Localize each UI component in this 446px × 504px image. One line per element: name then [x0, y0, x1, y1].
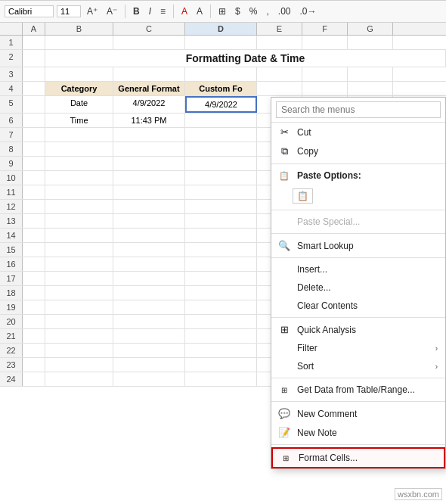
cell-4d-header[interactable]: Custom Fo: [185, 82, 257, 95]
dollar-button[interactable]: $: [232, 5, 243, 17]
cell-14c[interactable]: [113, 229, 185, 242]
cell-11b[interactable]: [45, 185, 113, 199]
cell-9d[interactable]: [185, 157, 257, 170]
cell-19a[interactable]: [23, 300, 45, 314]
cell-8a[interactable]: [23, 142, 45, 156]
cell-16d[interactable]: [185, 257, 257, 271]
cell-17a[interactable]: [23, 272, 45, 285]
cell-17d[interactable]: [185, 272, 257, 285]
cell-9b[interactable]: [45, 157, 113, 170]
cell-18a[interactable]: [23, 286, 45, 300]
cell-7d[interactable]: [185, 128, 257, 142]
cell-1a[interactable]: [23, 36, 45, 49]
font-grow-icon[interactable]: A⁺: [84, 5, 101, 17]
cell-12c[interactable]: [113, 200, 185, 213]
comma-button[interactable]: ,: [263, 5, 271, 17]
cell-24d[interactable]: [185, 372, 257, 386]
font-size-input[interactable]: [57, 5, 81, 17]
cell-4a[interactable]: [23, 82, 45, 95]
font-name-input[interactable]: [5, 5, 54, 17]
cell-5d-active[interactable]: 4/9/2022: [185, 96, 257, 113]
cell-10c[interactable]: [113, 171, 185, 185]
cell-4c-header[interactable]: General Format: [113, 82, 185, 95]
menu-item-filter[interactable]: Filter ›: [271, 339, 445, 357]
col-header-e[interactable]: E: [257, 23, 302, 35]
border-button[interactable]: ⊞: [215, 5, 229, 17]
cell-23d[interactable]: [185, 358, 257, 372]
col-header-f[interactable]: F: [302, 23, 348, 35]
col-header-b[interactable]: B: [45, 23, 113, 35]
col-header-g[interactable]: G: [348, 23, 393, 35]
cell-19d[interactable]: [185, 300, 257, 314]
cell-24a[interactable]: [23, 372, 45, 386]
cell-18b[interactable]: [45, 286, 113, 300]
percent-button[interactable]: %: [246, 5, 261, 17]
cell-3f[interactable]: [302, 67, 348, 81]
cell-8b[interactable]: [45, 142, 113, 156]
menu-item-insert[interactable]: Insert...: [271, 260, 445, 278]
cell-13d[interactable]: [185, 214, 257, 228]
menu-item-delete[interactable]: Delete...: [271, 278, 445, 297]
cell-3g[interactable]: [348, 67, 393, 81]
cell-4g[interactable]: [348, 82, 393, 95]
increase-decimal-button[interactable]: .0→: [296, 5, 319, 17]
align-button[interactable]: ≡: [157, 5, 169, 17]
cell-10a[interactable]: [23, 171, 45, 185]
cell-4b-header[interactable]: Category: [45, 82, 113, 95]
cell-14d[interactable]: [185, 229, 257, 242]
menu-item-get-data[interactable]: ⊞ Get Data from Table/Range...: [271, 381, 445, 399]
cell-12d[interactable]: [185, 200, 257, 213]
cell-24b[interactable]: [45, 372, 113, 386]
cell-12a[interactable]: [23, 200, 45, 213]
col-header-d[interactable]: D: [185, 23, 257, 35]
cell-1c[interactable]: [113, 36, 185, 49]
cell-3e[interactable]: [257, 67, 302, 81]
cell-22b[interactable]: [45, 344, 113, 357]
cell-24c[interactable]: [113, 372, 185, 386]
menu-item-clear-contents[interactable]: Clear Contents: [271, 297, 445, 315]
cell-11a[interactable]: [23, 185, 45, 199]
cell-16a[interactable]: [23, 257, 45, 271]
cell-22a[interactable]: [23, 344, 45, 357]
cell-17b[interactable]: [45, 272, 113, 285]
paste-clipboard-icon[interactable]: 📋: [293, 188, 313, 204]
menu-item-new-comment[interactable]: 💬 New Comment: [271, 404, 445, 423]
cell-3c[interactable]: [113, 67, 185, 81]
menu-item-format-cells[interactable]: ⊞ Format Cells...: [271, 447, 445, 468]
cell-13a[interactable]: [23, 214, 45, 228]
cell-16c[interactable]: [113, 257, 185, 271]
cell-8d[interactable]: [185, 142, 257, 156]
col-header-c[interactable]: C: [113, 23, 185, 35]
bold-button[interactable]: B: [130, 5, 143, 17]
cell-11d[interactable]: [185, 185, 257, 199]
cell-5a[interactable]: [23, 96, 45, 113]
cell-21d[interactable]: [185, 329, 257, 343]
cell-13c[interactable]: [113, 214, 185, 228]
cell-15a[interactable]: [23, 243, 45, 257]
menu-item-sort[interactable]: Sort ›: [271, 357, 445, 375]
cell-14b[interactable]: [45, 229, 113, 242]
cell-23c[interactable]: [113, 358, 185, 372]
cell-1e[interactable]: [257, 36, 302, 49]
cell-3b[interactable]: [45, 67, 113, 81]
cell-1f[interactable]: [302, 36, 348, 49]
cell-3d[interactable]: [185, 67, 257, 81]
cell-4e[interactable]: [257, 82, 302, 95]
cell-10d[interactable]: [185, 171, 257, 185]
cell-21b[interactable]: [45, 329, 113, 343]
decrease-decimal-button[interactable]: .00: [275, 5, 294, 17]
cell-7c[interactable]: [113, 128, 185, 142]
cell-19c[interactable]: [113, 300, 185, 314]
cell-20c[interactable]: [113, 315, 185, 328]
cell-13b[interactable]: [45, 214, 113, 228]
cell-6a[interactable]: [23, 114, 45, 127]
font-shrink-icon[interactable]: A⁻: [104, 5, 120, 17]
menu-item-paste-options[interactable]: 📋 Paste Options:: [271, 166, 445, 185]
cell-3a[interactable]: [23, 67, 45, 81]
cell-1g[interactable]: [348, 36, 393, 49]
menu-item-quick-analysis[interactable]: ⊞ Quick Analysis: [271, 320, 445, 339]
cell-5c[interactable]: 4/9/2022: [113, 96, 185, 113]
menu-search-input[interactable]: [276, 101, 441, 118]
cell-15b[interactable]: [45, 243, 113, 257]
cell-6b[interactable]: Time: [45, 114, 113, 127]
